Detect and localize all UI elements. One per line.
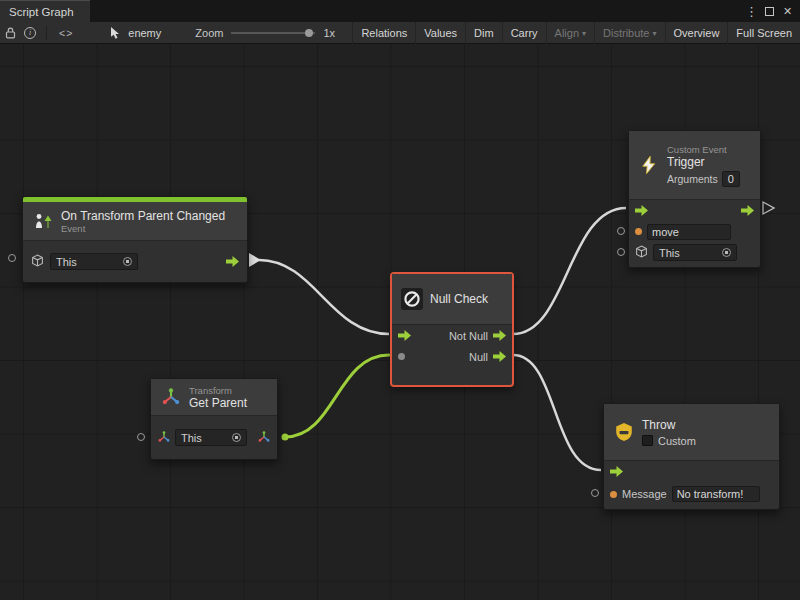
event-name-port[interactable] — [635, 228, 642, 235]
value-input-port[interactable] — [398, 353, 405, 360]
align-label: Align — [555, 27, 579, 39]
code-view-icon[interactable]: <> — [53, 27, 79, 39]
wire-null-to-throw[interactable] — [513, 355, 601, 470]
toolbar-separator — [46, 26, 47, 40]
arguments-count-field[interactable] — [722, 171, 740, 187]
event-name-input-port[interactable] — [617, 227, 625, 235]
not-null-output-port[interactable] — [493, 327, 506, 345]
relations-label: Relations — [361, 27, 407, 39]
target-dropdown[interactable]: This — [175, 429, 247, 446]
tab-label: Script Graph — [9, 6, 74, 18]
transform-output-port[interactable] — [258, 429, 270, 447]
values-label: Values — [424, 27, 457, 39]
lock-icon[interactable] — [0, 22, 20, 44]
transform-port-icon — [158, 429, 170, 447]
node-title: Throw — [642, 418, 696, 432]
object-picker-icon[interactable] — [232, 433, 241, 442]
relations-button[interactable]: Relations — [352, 22, 415, 44]
maximize-icon[interactable] — [761, 1, 778, 21]
flow-output-port[interactable] — [226, 253, 239, 271]
object-picker-icon[interactable] — [722, 248, 731, 257]
toolbar-buttons: Relations Values Dim Carry Align▾ Distri… — [352, 22, 800, 44]
close-icon[interactable]: ✕ — [779, 1, 796, 21]
zoom-slider-track — [231, 32, 315, 34]
transform-parent-changed-icon — [32, 210, 54, 232]
node-header: Throw Custom — [604, 404, 779, 460]
tab-script-graph[interactable]: Script Graph — [0, 0, 90, 22]
chevron-down-icon: ▾ — [582, 29, 586, 38]
window-menu-icon[interactable]: ⋮ — [743, 1, 760, 21]
distribute-button: Distribute▾ — [594, 22, 664, 44]
node-title: Trigger — [667, 155, 740, 169]
carry-label: Carry — [511, 27, 538, 39]
node-category: Custom Event — [667, 144, 740, 155]
null-output-port[interactable] — [493, 348, 506, 366]
wire-notnull-to-trigger[interactable] — [513, 208, 626, 334]
zoom-value: 1x — [323, 27, 335, 39]
target-input-port[interactable] — [8, 254, 16, 262]
dim-button[interactable]: Dim — [465, 22, 502, 44]
not-null-port-label: Not Null — [449, 330, 488, 342]
graph-name-label: enemy — [128, 27, 161, 39]
message-field[interactable] — [672, 486, 760, 502]
fullscreen-label: Full Screen — [736, 27, 792, 39]
node-title: Null Check — [430, 292, 488, 306]
flow-input-port[interactable] — [610, 463, 623, 481]
dim-label: Dim — [474, 27, 494, 39]
message-label: Message — [622, 488, 667, 500]
target-input-port[interactable] — [137, 433, 145, 441]
value-wire-start-cap — [282, 434, 289, 441]
node-title: On Transform Parent Changed — [61, 209, 225, 223]
target-dropdown[interactable]: This — [653, 244, 737, 261]
object-picker-icon[interactable] — [123, 257, 132, 266]
chevron-down-icon: ▾ — [653, 29, 657, 38]
target-dropdown[interactable]: This — [50, 253, 138, 270]
event-name-field[interactable] — [647, 224, 731, 240]
fullscreen-button[interactable]: Full Screen — [727, 22, 800, 44]
transform-icon — [160, 386, 182, 408]
message-port[interactable] — [610, 491, 617, 498]
flow-input-port[interactable] — [398, 327, 411, 345]
flow-input-port[interactable] — [635, 202, 648, 220]
toolbar-graph-context: enemy Zoom 1x — [105, 22, 335, 44]
node-null-check[interactable]: Null Check Not Null Null — [391, 273, 513, 386]
node-subtitle: Event — [61, 223, 225, 234]
carry-button[interactable]: Carry — [502, 22, 546, 44]
gameobject-cube-icon — [635, 244, 648, 262]
zoom-slider-handle[interactable] — [305, 29, 313, 37]
node-on-transform-parent-changed[interactable]: On Transform Parent Changed Event This — [22, 196, 248, 283]
zoom-slider[interactable] — [231, 27, 315, 39]
flow-output-port[interactable] — [741, 202, 754, 220]
custom-checkbox-label: Custom — [658, 435, 696, 447]
node-body: Message — [604, 460, 779, 509]
node-get-parent[interactable]: Transform Get Parent This — [150, 378, 278, 460]
info-icon[interactable]: i — [24, 27, 36, 39]
node-throw[interactable]: Throw Custom Message — [603, 403, 780, 510]
custom-event-bolt-icon — [638, 154, 660, 176]
unconnected-flow-output-triangle[interactable] — [763, 202, 774, 214]
values-button[interactable]: Values — [415, 22, 465, 44]
wire-event-to-nullcheck[interactable] — [259, 260, 389, 334]
node-body: Not Null Null — [392, 324, 512, 385]
target-input-port[interactable] — [617, 248, 625, 256]
unity-script-graph-window: Script Graph ⋮ ✕ i <> enemy Zoom 1x — [0, 0, 800, 600]
target-dropdown-value: This — [181, 432, 202, 444]
tab-bar: Script Graph ⋮ ✕ — [0, 0, 800, 22]
node-trigger-custom-event[interactable]: Custom Event Trigger Arguments — [628, 130, 761, 268]
target-dropdown-value: This — [56, 256, 77, 268]
throw-exception-icon — [613, 421, 635, 443]
zoom-label: Zoom — [195, 27, 223, 39]
overview-label: Overview — [674, 27, 720, 39]
graph-canvas[interactable]: On Transform Parent Changed Event This — [0, 44, 800, 600]
null-check-icon — [401, 288, 423, 310]
overview-button[interactable]: Overview — [665, 22, 728, 44]
wire-getparent-to-nullcheck[interactable] — [285, 355, 389, 437]
message-input-port[interactable] — [591, 489, 599, 497]
node-header: Null Check — [392, 274, 512, 324]
node-header: Custom Event Trigger Arguments — [629, 131, 760, 199]
target-dropdown-value: This — [659, 247, 680, 259]
node-header: Transform Get Parent — [151, 379, 277, 415]
align-button: Align▾ — [546, 22, 594, 44]
gameobject-cube-icon — [31, 253, 44, 271]
custom-checkbox[interactable] — [642, 435, 653, 446]
